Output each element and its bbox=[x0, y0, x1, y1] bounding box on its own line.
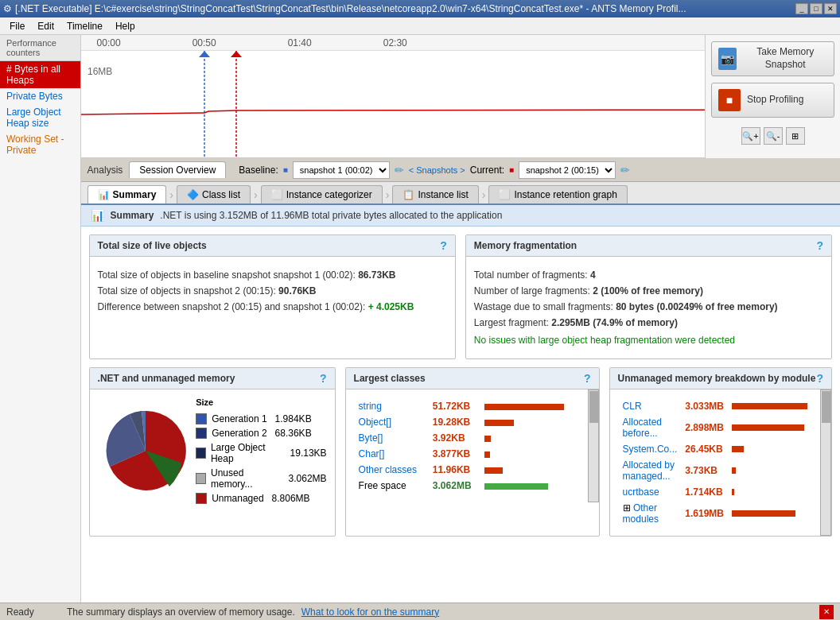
snapshot-nav[interactable]: < Snapshots > bbox=[409, 165, 465, 175]
current-edit-icon[interactable]: ✏ bbox=[620, 164, 630, 176]
session-overview-tab[interactable]: Session Overview bbox=[129, 161, 226, 178]
largest-classes-help-icon[interactable]: ? bbox=[584, 372, 591, 385]
class-name-char[interactable]: Char[] bbox=[359, 448, 385, 459]
class-name-other[interactable]: Other classes bbox=[359, 464, 417, 475]
expand-other-icon[interactable]: ⊞ bbox=[623, 502, 631, 513]
module-name-systemco[interactable]: System.Co... bbox=[623, 444, 678, 455]
summary-info-bar: 📊 Summary .NET is using 3.152MB of 11.96… bbox=[81, 205, 840, 227]
sidebar-header: Performance counters bbox=[0, 35, 80, 61]
loh-label: Large Object Heap bbox=[211, 442, 282, 464]
legend-gen1: Generation 1 1.984KB bbox=[196, 413, 326, 424]
sidebar-item-working-set[interactable]: Working Set - Private bbox=[0, 131, 80, 158]
timeline-ruler: 00:00 00:50 01:40 02:30 bbox=[81, 35, 705, 51]
close-button[interactable]: ✕ bbox=[824, 3, 837, 14]
class-size-freespace: 3.062MB bbox=[433, 480, 472, 491]
main-container: Performance counters # Bytes in all Heap… bbox=[0, 35, 840, 620]
tab-bar: 📊 Summary › 🔷 Class list › ⬜ Instance ca… bbox=[81, 182, 840, 205]
baseline-snapshot-select[interactable]: snapshot 1 (00:02) bbox=[293, 161, 390, 179]
unmanaged-scrollbar[interactable] bbox=[820, 389, 831, 536]
menu-edit[interactable]: Edit bbox=[31, 19, 60, 33]
timeline-row: 00:00 00:50 01:40 02:30 16MB bbox=[81, 35, 840, 158]
class-name-object[interactable]: Object[] bbox=[359, 417, 391, 428]
snapshot-icon: 📷 bbox=[718, 48, 737, 70]
loh-color bbox=[196, 448, 206, 459]
content-area: 📊 Summary .NET is using 3.152MB of 11.96… bbox=[81, 205, 840, 620]
tab-instance-categorizer[interactable]: ⬜ Instance categorizer bbox=[261, 185, 383, 203]
module-row-allocated-managed: Allocated by managed... 3.73KB bbox=[620, 458, 811, 483]
pie-legend: Size Generation 1 1.984KB Generation 2 bbox=[196, 397, 326, 504]
tab-instance-retention-graph[interactable]: ⬜ Instance retention graph bbox=[488, 185, 627, 203]
minimize-button[interactable]: _ bbox=[795, 3, 808, 14]
summary-tab-icon: 📊 bbox=[98, 189, 110, 200]
instance-categorizer-tab-icon: ⬜ bbox=[271, 189, 283, 200]
total-size-help-icon[interactable]: ? bbox=[440, 239, 447, 252]
tab-class-list[interactable]: 🔷 Class list bbox=[177, 185, 251, 203]
total-fragments-row: Total number of fragments: 4 bbox=[474, 269, 823, 281]
take-memory-snapshot-button[interactable]: 📷 Take Memory Snapshot bbox=[711, 41, 834, 76]
arrow-1: › bbox=[169, 188, 173, 201]
classes-scrollbar-thumb bbox=[589, 391, 599, 423]
current-snapshot-select[interactable]: snapshot 2 (00:15) bbox=[519, 161, 616, 179]
class-name-byte[interactable]: Byte[] bbox=[359, 432, 383, 444]
unused-label: Unused memory... bbox=[211, 467, 281, 490]
instance-categorizer-tab-label: Instance categorizer bbox=[286, 189, 372, 200]
class-size-byte: 3.92KB bbox=[433, 432, 465, 444]
gen2-color bbox=[196, 428, 207, 439]
arrow-4: › bbox=[482, 188, 486, 201]
menu-timeline[interactable]: Timeline bbox=[60, 19, 109, 33]
module-name-clr[interactable]: CLR bbox=[623, 401, 642, 412]
class-row-byte: Byte[] 3.92KB bbox=[356, 431, 578, 445]
baseline-edit-icon[interactable]: ✏ bbox=[395, 164, 404, 176]
ready-label: Ready bbox=[6, 606, 34, 618]
class-bar-char bbox=[484, 451, 490, 458]
sidebar-item-bytes-in-heaps[interactable]: # Bytes in all Heaps bbox=[0, 61, 80, 88]
sidebar-item-large-object-heap[interactable]: Large Object Heap size bbox=[0, 104, 80, 131]
zoom-fit-button[interactable]: ⊞ bbox=[786, 127, 805, 145]
current-label: Current: bbox=[470, 165, 504, 176]
fragmentation-help-icon[interactable]: ? bbox=[816, 239, 823, 252]
snapshot2-size-label: Total size of objects in snapshot 2 (00:… bbox=[98, 285, 276, 296]
largest-classes-scroll-content: string 51.72KB Object[] 19.28KB bbox=[346, 389, 588, 502]
zoom-out-button[interactable]: 🔍- bbox=[764, 127, 783, 145]
largest-classes-title: Largest classes bbox=[354, 373, 426, 384]
legend-unmanaged: Unmanaged 8.806MB bbox=[196, 493, 326, 504]
tab-summary[interactable]: 📊 Summary bbox=[88, 185, 167, 203]
tab-instance-list[interactable]: 📋 Instance list bbox=[392, 185, 478, 203]
module-bar-clr bbox=[732, 403, 807, 409]
module-name-allocated-before[interactable]: Allocated before... bbox=[623, 417, 662, 439]
largest-classes-content: string 51.72KB Object[] 19.28KB bbox=[346, 389, 588, 502]
sidebar-item-private-bytes[interactable]: Private Bytes bbox=[0, 88, 80, 104]
timeline-svg: 16MB bbox=[81, 51, 705, 158]
unmanaged-breakdown-help-icon[interactable]: ? bbox=[816, 372, 823, 385]
summary-tab-label: Summary bbox=[113, 189, 157, 200]
status-close-button[interactable]: ✕ bbox=[819, 605, 834, 619]
dotnet-memory-panel: .NET and unmanaged memory ? bbox=[89, 367, 336, 537]
module-row-ucrtbase: ucrtbase 1.714KB bbox=[620, 485, 811, 499]
module-size-systemco: 26.45KB bbox=[685, 444, 722, 455]
class-bar-freespace bbox=[484, 483, 548, 490]
tick-2: 01:40 bbox=[288, 37, 312, 48]
legend-loh: Large Object Heap 19.13KB bbox=[196, 442, 326, 464]
module-name-allocated-managed[interactable]: Allocated by managed... bbox=[623, 459, 675, 482]
gen2-label: Generation 2 bbox=[212, 428, 266, 439]
menu-help[interactable]: Help bbox=[109, 19, 142, 33]
class-row-freespace: Free space 3.062MB bbox=[356, 479, 578, 493]
fragmentation-content: Total number of fragments: 4 Number of l… bbox=[466, 257, 831, 358]
classes-scrollbar[interactable] bbox=[588, 389, 599, 502]
class-name-string[interactable]: string bbox=[359, 401, 382, 412]
difference-value: + 4.025KB bbox=[368, 301, 414, 312]
zoom-in-button[interactable]: 🔍+ bbox=[741, 127, 760, 145]
tick-3: 02:30 bbox=[383, 37, 407, 48]
class-list-tab-icon: 🔷 bbox=[187, 189, 199, 200]
maximize-button[interactable]: □ bbox=[810, 3, 822, 14]
analysis-bar: Analysis Session Overview Baseline: ■ sn… bbox=[81, 158, 840, 182]
module-bar-systemco bbox=[732, 446, 744, 452]
largest-fragment-value: 2.295MB (74.9% of memory) bbox=[551, 317, 678, 328]
stop-profiling-button[interactable]: ■ Stop Profiling bbox=[711, 83, 834, 118]
wastage-value: 80 bytes (0.00249% of free memory) bbox=[616, 301, 777, 312]
module-name-ucrtbase[interactable]: ucrtbase bbox=[623, 486, 659, 498]
menu-file[interactable]: File bbox=[3, 19, 31, 33]
status-link[interactable]: What to look for on the summary bbox=[301, 606, 439, 618]
tick-0: 00:00 bbox=[97, 37, 121, 48]
dotnet-memory-help-icon[interactable]: ? bbox=[320, 372, 327, 385]
